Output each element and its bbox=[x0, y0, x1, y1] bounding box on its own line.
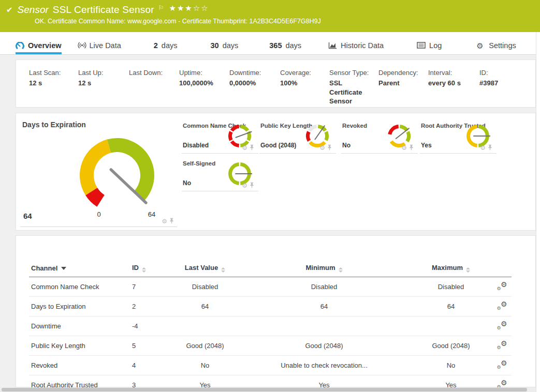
priority-stars[interactable]: ★★★☆☆ bbox=[169, 4, 209, 13]
cell-last-value: No bbox=[171, 356, 239, 375]
gauge-settings-gear-icon[interactable]: ⚙ bbox=[319, 145, 325, 150]
column-label: Maximum bbox=[432, 264, 463, 272]
gauge-cell-common-name-check: Common Name CheckDisabled⚙ bbox=[182, 119, 258, 154]
column-header-maximum[interactable]: Maximum bbox=[410, 261, 492, 277]
horizontal-scrollbar-track[interactable] bbox=[0, 387, 536, 392]
broadcast-icon bbox=[77, 42, 86, 49]
info-item-coverage: Coverage:100% bbox=[280, 69, 329, 107]
gauge-pin-icon[interactable] bbox=[488, 143, 492, 153]
gauge-title: Self-Signed bbox=[183, 160, 215, 167]
sensor-status-header: ✔ Sensor SSL Certificate Sensor ⚐ ★★★☆☆ … bbox=[0, 0, 540, 32]
table-row: Revoked4NoUnable to check revocation...N… bbox=[29, 356, 512, 375]
info-label: Downtime: bbox=[229, 69, 276, 77]
gauge-cell-revoked: RevokedNo⚙ bbox=[341, 119, 418, 154]
cell-id: 5 bbox=[130, 336, 171, 356]
gauge-settings-gear-icon[interactable]: ⚙ bbox=[242, 145, 247, 150]
days-to-expiration-gauge bbox=[68, 126, 171, 208]
tab-live-data[interactable]: Live Data bbox=[77, 41, 121, 54]
cell-id: 2 bbox=[130, 297, 171, 316]
column-label: Channel bbox=[31, 264, 57, 272]
channels-table: ChannelIDLast ValueMinimumMaximum Common… bbox=[29, 261, 512, 392]
sort-arrows-icon bbox=[221, 267, 225, 273]
info-label: Uptime: bbox=[179, 69, 225, 77]
cell-last-value: 64 bbox=[171, 297, 239, 316]
gauge-settings-gear-icon[interactable]: ⚙ bbox=[401, 145, 407, 150]
tab-label: Overview bbox=[28, 41, 62, 50]
info-label: Last Scan: bbox=[29, 69, 74, 77]
cell-channel: Public Key Length bbox=[29, 336, 130, 356]
tab-label: Log bbox=[429, 41, 442, 50]
channel-settings-icon[interactable]: ⚙⚙ bbox=[497, 360, 507, 369]
gauge-value: Yes bbox=[421, 142, 432, 149]
info-item-interval: Interval:every 60 s bbox=[428, 69, 479, 107]
gauge-scale-min: 0 bbox=[94, 210, 104, 218]
info-label: ID: bbox=[479, 69, 527, 77]
tab-365-days[interactable]: 365days bbox=[269, 41, 301, 54]
channel-settings-icon[interactable]: ⚙⚙ bbox=[497, 321, 507, 330]
column-header-channel[interactable]: Channel bbox=[29, 261, 130, 277]
cell-last-value bbox=[171, 316, 239, 336]
info-value: 100,0000% bbox=[179, 79, 225, 88]
cell-channel: Days to Expiration bbox=[29, 297, 130, 316]
cell-id: 7 bbox=[130, 277, 171, 297]
channel-settings-icon[interactable]: ⚙⚙ bbox=[497, 301, 507, 310]
cell-minimum: Unable to check revocation... bbox=[239, 356, 410, 375]
cell-minimum: Good (2048) bbox=[239, 336, 410, 356]
tab-label: days bbox=[285, 41, 301, 50]
cell-last-value: Good (2048) bbox=[171, 336, 239, 356]
column-header-minimum[interactable]: Minimum bbox=[239, 261, 410, 277]
gauge-settings-gear-icon[interactable]: ⚙ bbox=[162, 219, 167, 224]
cell-minimum: 64 bbox=[239, 297, 410, 316]
column-header-last-value[interactable]: Last Value bbox=[171, 261, 239, 277]
info-label: Last Down: bbox=[129, 69, 175, 77]
gauge-pin-icon[interactable] bbox=[169, 217, 174, 226]
column-header-id[interactable]: ID bbox=[130, 261, 171, 277]
cell-id: 4 bbox=[130, 356, 171, 375]
info-item-last-down: Last Down: bbox=[129, 69, 179, 107]
cell-maximum: Disabled bbox=[410, 277, 492, 297]
channel-settings-icon[interactable]: ⚙⚙ bbox=[497, 340, 507, 350]
table-row: Public Key Length5Good (2048)Good (2048)… bbox=[29, 336, 512, 356]
gauge-settings-gear-icon[interactable]: ⚙ bbox=[242, 183, 247, 188]
table-row: Days to Expiration2646464⚙⚙ bbox=[29, 297, 512, 316]
gear-icon: ⚙ bbox=[476, 42, 485, 49]
info-value: SSL Certificate Sensor bbox=[329, 79, 374, 106]
info-item-last-up: Last Up:12 s bbox=[78, 69, 129, 107]
days-to-expiration-gauge-block: Days to Expiration 0 64 64 ⚙ bbox=[16, 113, 179, 231]
tab-label: Live Data bbox=[90, 41, 121, 50]
priority-flag-icon[interactable]: ⚐ bbox=[158, 4, 164, 11]
gauge-pin-icon[interactable] bbox=[409, 143, 414, 153]
sort-desc-arrow-icon bbox=[61, 267, 66, 270]
table-row: Downtime-4⚙⚙ bbox=[29, 316, 512, 336]
tab-overview[interactable]: Overview bbox=[16, 41, 62, 54]
tab-settings[interactable]: ⚙Settings bbox=[476, 41, 516, 54]
chart-icon bbox=[328, 42, 337, 49]
vertical-scrollbar-track[interactable] bbox=[536, 32, 540, 392]
info-value: 0,0000% bbox=[229, 79, 276, 88]
tab-label: Settings bbox=[489, 41, 516, 50]
tab-number: 2 bbox=[154, 41, 158, 50]
cell-maximum: Good (2048) bbox=[410, 336, 492, 356]
tab-log[interactable]: Log bbox=[417, 41, 442, 54]
gauges-panel: Days to Expiration 0 64 64 ⚙ Common Name… bbox=[16, 113, 536, 231]
info-label: Interval: bbox=[428, 69, 475, 77]
sort-arrows-icon bbox=[466, 267, 470, 273]
sensor-info-panel: Last Scan:12 sLast Up:12 sLast Down:Upti… bbox=[16, 59, 536, 108]
tab-30-days[interactable]: 30days bbox=[210, 41, 238, 54]
gauge-pin-icon[interactable] bbox=[327, 143, 332, 153]
gauge-icon bbox=[16, 42, 24, 49]
channel-settings-icon[interactable]: ⚙⚙ bbox=[497, 281, 507, 291]
tab-2-days[interactable]: 2days bbox=[154, 41, 178, 54]
gauge-pin-icon[interactable] bbox=[250, 143, 254, 153]
tab-label: days bbox=[162, 41, 178, 50]
gauge-pin-icon[interactable] bbox=[250, 181, 254, 190]
horizontal-scrollbar-thumb[interactable] bbox=[2, 388, 527, 391]
info-item-dependency: Dependency:Parent bbox=[378, 69, 428, 107]
gauge-value: Disabled bbox=[183, 142, 209, 149]
gauge-settings-gear-icon[interactable]: ⚙ bbox=[480, 145, 486, 150]
tab-historic-data[interactable]: Historic Data bbox=[328, 41, 384, 54]
gauge-current-value: 64 bbox=[23, 212, 32, 220]
info-label: Last Up: bbox=[78, 69, 125, 77]
info-value: every 60 s bbox=[428, 79, 475, 88]
info-item-last-scan: Last Scan:12 s bbox=[29, 69, 78, 107]
